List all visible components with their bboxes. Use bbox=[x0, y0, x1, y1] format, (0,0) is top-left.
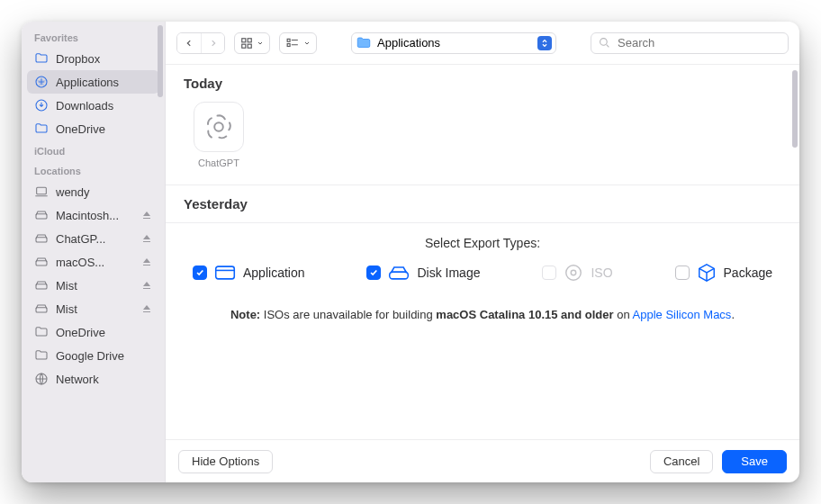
note-prefix: Note: bbox=[230, 308, 260, 321]
folder-icon bbox=[34, 51, 49, 66]
sidebar-section-favorites: Favorites bbox=[27, 27, 159, 47]
checkbox-icon[interactable] bbox=[193, 266, 207, 280]
location-dropdown[interactable]: Applications bbox=[351, 32, 556, 54]
svg-point-19 bbox=[566, 266, 582, 281]
svg-rect-5 bbox=[36, 261, 47, 266]
applications-icon bbox=[34, 75, 49, 89]
location-label: Applications bbox=[377, 36, 532, 50]
option-label: Disk Image bbox=[417, 266, 480, 280]
file-name: ChatGPT bbox=[198, 158, 239, 168]
sidebar-item-chatgpt-disk[interactable]: ChatGP... bbox=[27, 227, 159, 250]
save-dialog-window: Favorites Dropbox Applications Downloads… bbox=[22, 22, 799, 482]
toolbar: Applications bbox=[166, 22, 799, 65]
folder-icon bbox=[34, 325, 49, 339]
folder-icon bbox=[34, 348, 49, 363]
sidebar-item-label: Mist bbox=[56, 279, 77, 292]
checkbox-icon bbox=[542, 266, 556, 280]
laptop-icon bbox=[34, 184, 49, 199]
disk-icon bbox=[34, 231, 49, 246]
sidebar-item-mist-1[interactable]: Mist bbox=[27, 274, 159, 297]
sidebar-item-label: Network bbox=[56, 373, 99, 386]
checkbox-icon[interactable] bbox=[675, 266, 690, 280]
globe-icon bbox=[34, 372, 49, 386]
search-field[interactable] bbox=[591, 32, 789, 54]
sidebar-item-label: Downloads bbox=[56, 99, 113, 112]
export-opt-diskimage[interactable]: Disk Image bbox=[366, 263, 480, 283]
section-heading: Yesterday bbox=[166, 185, 799, 222]
sidebar-item-label: OneDrive bbox=[56, 122, 105, 136]
svg-rect-2 bbox=[37, 187, 47, 194]
export-panel: Select Export Types: Application Disk Im… bbox=[166, 223, 799, 292]
svg-rect-4 bbox=[36, 238, 47, 242]
svg-rect-14 bbox=[287, 43, 290, 46]
apple-silicon-link[interactable]: Apple Silicon Macs bbox=[633, 308, 732, 321]
eject-icon[interactable] bbox=[141, 210, 152, 220]
section-yesterday: Yesterday bbox=[166, 185, 799, 223]
eject-icon[interactable] bbox=[141, 233, 152, 244]
sidebar-item-applications[interactable]: Applications bbox=[27, 70, 159, 94]
checkbox-icon[interactable] bbox=[366, 266, 381, 280]
disk-icon bbox=[34, 278, 49, 292]
section-today: Today ChatGPT bbox=[166, 65, 799, 185]
cancel-button[interactable]: Cancel bbox=[650, 450, 713, 473]
option-label: Application bbox=[243, 266, 305, 280]
sidebar-item-mist-2[interactable]: Mist bbox=[27, 297, 159, 320]
content-area: Today ChatGPT Yesterday Select Exp bbox=[166, 65, 799, 439]
option-label: ISO bbox=[591, 266, 612, 280]
sidebar-item-label: Google Drive bbox=[56, 349, 124, 363]
sidebar-item-label: macOS... bbox=[56, 256, 104, 269]
eject-icon[interactable] bbox=[141, 256, 152, 267]
sidebar-item-macintosh[interactable]: Macintosh... bbox=[27, 203, 159, 227]
svg-rect-13 bbox=[287, 39, 290, 41]
sidebar-item-label: Dropbox bbox=[56, 52, 100, 66]
hide-options-button[interactable]: Hide Options bbox=[178, 450, 273, 473]
content-scrollbar[interactable] bbox=[792, 70, 798, 148]
download-icon bbox=[34, 98, 49, 112]
diskimage-icon bbox=[388, 264, 410, 282]
main-panel: Applications Today Chat bbox=[166, 22, 799, 482]
sidebar-item-downloads[interactable]: Downloads bbox=[27, 94, 159, 117]
chatgpt-app-icon bbox=[194, 102, 244, 152]
view-icons-button[interactable] bbox=[234, 32, 270, 54]
eject-icon[interactable] bbox=[141, 303, 152, 314]
svg-rect-7 bbox=[36, 308, 47, 312]
sidebar-item-network[interactable]: Network bbox=[27, 367, 159, 391]
file-tile-chatgpt[interactable]: ChatGPT bbox=[184, 102, 254, 168]
folder-icon bbox=[34, 122, 49, 136]
folder-icon bbox=[356, 35, 372, 51]
search-icon bbox=[599, 37, 610, 49]
sidebar-item-label: Macintosh... bbox=[56, 209, 119, 222]
svg-rect-6 bbox=[36, 284, 47, 289]
export-opt-package[interactable]: Package bbox=[675, 263, 772, 283]
sidebar-item-label: Applications bbox=[56, 76, 119, 89]
app-icon bbox=[214, 264, 236, 282]
svg-rect-12 bbox=[248, 44, 251, 48]
eject-icon[interactable] bbox=[141, 280, 152, 291]
sidebar-item-googledrive[interactable]: Google Drive bbox=[27, 344, 159, 367]
sidebar-item-label: OneDrive bbox=[56, 326, 105, 339]
forward-button[interactable] bbox=[201, 33, 224, 53]
sidebar-item-macos-disk[interactable]: macOS... bbox=[27, 250, 159, 274]
svg-rect-3 bbox=[36, 214, 47, 219]
back-button[interactable] bbox=[177, 33, 201, 53]
sidebar-section-icloud: iCloud bbox=[27, 140, 159, 160]
group-button[interactable] bbox=[279, 32, 317, 54]
svg-rect-18 bbox=[390, 272, 409, 279]
disk-icon bbox=[34, 208, 49, 222]
sidebar-item-onedrive-loc[interactable]: OneDrive bbox=[27, 320, 159, 344]
search-input[interactable] bbox=[616, 35, 780, 50]
sidebar-scrollbar[interactable] bbox=[158, 25, 163, 97]
sidebar-item-onedrive[interactable]: OneDrive bbox=[27, 117, 159, 140]
updown-icon bbox=[537, 36, 552, 50]
sidebar-item-label: Mist bbox=[56, 302, 77, 316]
export-opt-iso: ISO bbox=[542, 263, 612, 283]
save-button[interactable]: Save bbox=[722, 450, 787, 473]
sidebar-item-wendy[interactable]: wendy bbox=[27, 180, 159, 203]
svg-point-20 bbox=[572, 270, 577, 275]
disk-icon bbox=[34, 255, 49, 269]
disk-icon bbox=[34, 302, 49, 316]
sidebar-item-dropbox[interactable]: Dropbox bbox=[27, 47, 159, 70]
sidebar-item-label: ChatGP... bbox=[56, 232, 105, 246]
export-opt-application[interactable]: Application bbox=[193, 263, 305, 283]
export-note: Note: ISOs are unavailable for building … bbox=[166, 292, 799, 334]
